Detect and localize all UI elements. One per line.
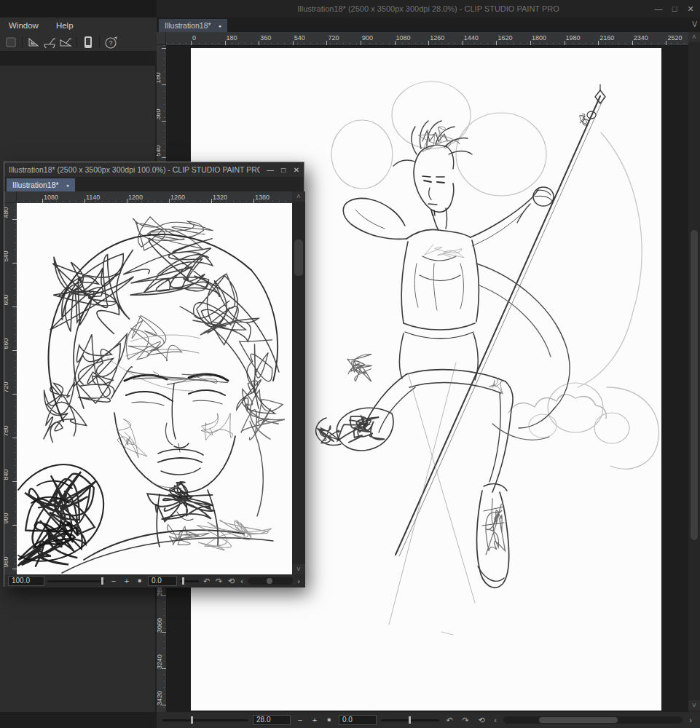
scrollbar-thumb[interactable] bbox=[691, 230, 698, 540]
companion-mode-button[interactable] bbox=[80, 35, 96, 50]
zoom-out-button[interactable]: − bbox=[295, 715, 305, 725]
ruler-label: 960 bbox=[4, 556, 9, 567]
scroll-down-icon[interactable]: ᐯ bbox=[292, 564, 305, 574]
help-refresh-icon: ? bbox=[103, 36, 118, 49]
floating-titlebar[interactable]: Illustration18* (2500 x 3500px 300dpi 10… bbox=[4, 162, 304, 177]
frame-tool-button[interactable] bbox=[3, 35, 19, 50]
zoom-in-button[interactable]: + bbox=[122, 576, 132, 586]
toolbar: ? bbox=[0, 33, 157, 51]
tab-label: Illustration18* bbox=[12, 181, 59, 189]
floating-vertical-scrollbar[interactable]: ᐱ ᐯ bbox=[292, 191, 305, 574]
ruler-label: 720 bbox=[4, 381, 9, 392]
ruler-corner bbox=[157, 32, 166, 45]
ruler-label: 1200 bbox=[128, 194, 143, 201]
floating-horizontal-scrollbar[interactable] bbox=[248, 577, 293, 585]
ruler-label: 180 bbox=[227, 34, 237, 41]
main-document-tab[interactable]: Illustration18* ● bbox=[159, 19, 227, 32]
undo-icon[interactable]: ↶ bbox=[444, 715, 455, 725]
fit-screen-button[interactable]: ■ bbox=[324, 715, 334, 725]
ruler-label: 3420 bbox=[157, 691, 163, 705]
floating-statusbar: 100.0 − + ■ 0.0 ↶ ↷ ⟲ ‹ › bbox=[4, 574, 305, 587]
floating-document-tab[interactable]: Illustration18* ● bbox=[7, 178, 75, 191]
ruler-label: 720 bbox=[328, 34, 339, 41]
triangle-ruler-button[interactable] bbox=[25, 35, 42, 50]
main-horizontal-ruler: 0180360540720900108012601440162018001980… bbox=[166, 32, 688, 45]
floating-canvas-viewport bbox=[17, 203, 292, 574]
redo-icon[interactable]: ↷ bbox=[214, 576, 224, 586]
scroll-right-icon[interactable]: › bbox=[296, 576, 302, 586]
floating-window-title: Illustration18* (2500 x 3500px 300dpi 10… bbox=[9, 162, 260, 177]
floating-document-window[interactable]: Illustration18* (2500 x 3500px 300dpi 10… bbox=[4, 162, 304, 587]
reset-rotation-icon[interactable]: ⟲ bbox=[476, 715, 487, 725]
scroll-right-icon[interactable]: › bbox=[687, 715, 694, 725]
menubar: Window Help bbox=[0, 17, 157, 33]
close-button[interactable]: ✕ bbox=[685, 4, 696, 14]
ruler-label: 1380 bbox=[255, 194, 270, 201]
zoom-out-button[interactable]: − bbox=[109, 576, 119, 586]
reset-rotation-icon[interactable]: ⟲ bbox=[227, 576, 236, 586]
minimize-button[interactable]: — bbox=[266, 166, 275, 174]
zoom-slider[interactable] bbox=[162, 715, 248, 725]
maximize-button[interactable]: □ bbox=[669, 4, 680, 13]
ruler-corner bbox=[4, 191, 17, 203]
curve-ruler-button[interactable] bbox=[42, 35, 58, 50]
scroll-left-icon[interactable]: ‹ bbox=[492, 715, 499, 725]
menu-window[interactable]: Window bbox=[0, 21, 47, 30]
scroll-up-icon[interactable]: ᐱ bbox=[292, 191, 305, 202]
close-button[interactable]: ✕ bbox=[292, 166, 301, 174]
ruler-label: 3060 bbox=[157, 618, 163, 633]
main-vertical-scrollbar[interactable]: ᐱ ᐯ bbox=[688, 32, 700, 712]
ruler-label: 540 bbox=[4, 250, 9, 261]
scrollbar-thumb[interactable] bbox=[294, 240, 303, 276]
help-button[interactable]: ? bbox=[103, 35, 119, 50]
ruler-label: 900 bbox=[362, 34, 373, 41]
menu-help[interactable]: Help bbox=[47, 21, 82, 30]
zoom-slider[interactable] bbox=[47, 576, 106, 586]
smartphone-icon bbox=[83, 36, 93, 49]
app-window: Illustration18* (2500 x 3500px 300dpi 28… bbox=[0, 0, 700, 728]
perspective-ruler-button[interactable] bbox=[58, 35, 74, 50]
ruler-label: 780 bbox=[4, 425, 9, 436]
ruler-label: 540 bbox=[294, 34, 305, 41]
zoom-in-button[interactable]: + bbox=[310, 715, 320, 725]
main-statusbar: 28.0 − + ■ 0.0 ↶ ↷ ⟲ ‹ › bbox=[157, 712, 700, 728]
ruler-label: 600 bbox=[4, 294, 9, 305]
toolbar-separator bbox=[76, 36, 77, 48]
scroll-left-icon[interactable]: ‹ bbox=[239, 576, 245, 586]
ruler-label: 0 bbox=[192, 34, 196, 41]
main-horizontal-scrollbar[interactable] bbox=[503, 716, 683, 724]
undo-icon[interactable]: ↶ bbox=[202, 576, 211, 586]
ruler-label: 180 bbox=[157, 72, 162, 83]
main-document-tabbar: Illustration18* ● ᐯ bbox=[157, 17, 700, 32]
ruler-label: 1260 bbox=[170, 194, 185, 201]
titlebar-left-segment bbox=[0, 0, 157, 17]
floating-horizontal-ruler: 1080114012001260132013801440 bbox=[17, 191, 292, 203]
ruler-label: 1320 bbox=[213, 194, 227, 201]
ruler-label: 2340 bbox=[634, 34, 648, 41]
ruler-label: 1440 bbox=[464, 34, 479, 41]
ruler-label: 360 bbox=[157, 108, 162, 119]
maximize-button[interactable]: □ bbox=[279, 166, 288, 174]
curve-ruler-icon bbox=[42, 36, 57, 48]
scrollbar-thumb[interactable] bbox=[267, 578, 272, 584]
floating-vertical-ruler: 480540600660720780840900960 bbox=[4, 203, 17, 574]
scroll-down-icon[interactable]: ᐯ bbox=[688, 700, 700, 711]
zoom-value-field[interactable]: 28.0 bbox=[253, 715, 291, 725]
sketch-artwork-closeup bbox=[17, 203, 292, 574]
rounded-square-icon bbox=[5, 36, 17, 48]
zoom-value-field[interactable]: 100.0 bbox=[8, 576, 44, 586]
redo-icon[interactable]: ↷ bbox=[460, 715, 471, 725]
rotation-value-field[interactable]: 0.0 bbox=[148, 576, 177, 586]
scrollbar-thumb[interactable] bbox=[539, 717, 618, 723]
minimize-button[interactable]: — bbox=[653, 4, 664, 13]
ruler-label: 840 bbox=[4, 469, 9, 480]
tab-overflow-icon[interactable]: ᐯ bbox=[692, 17, 697, 32]
fit-screen-button[interactable]: ■ bbox=[135, 576, 145, 586]
rotation-slider[interactable] bbox=[180, 576, 199, 586]
ruler-label: 1080 bbox=[396, 34, 411, 41]
scroll-up-icon[interactable]: ᐱ bbox=[688, 32, 700, 42]
rotation-slider[interactable] bbox=[381, 715, 439, 725]
main-window-title: Illustration18* (2500 x 3500px 300dpi 28… bbox=[157, 0, 700, 17]
ruler-label: 1140 bbox=[86, 194, 100, 201]
rotation-value-field[interactable]: 0.0 bbox=[339, 715, 377, 725]
